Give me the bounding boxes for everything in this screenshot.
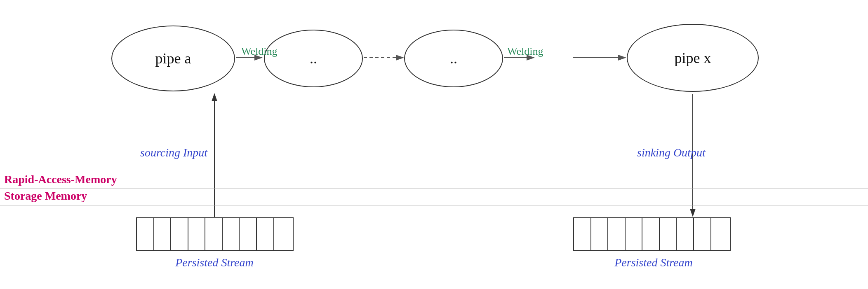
storage-memory-label: Storage Memory bbox=[4, 189, 87, 203]
node-dot2: .. bbox=[404, 30, 503, 87]
diagram-container: pipe a .. .. pipe x Welding Welding Rapi… bbox=[0, 0, 868, 289]
stream-cell bbox=[137, 218, 154, 250]
rapid-access-memory-label: Rapid-Access-Memory bbox=[4, 173, 117, 186]
divider-upper bbox=[0, 189, 868, 189]
stream-cell bbox=[274, 218, 293, 250]
stream-cell bbox=[660, 218, 677, 250]
node-dot1-label: .. bbox=[310, 50, 317, 67]
node-pipe-a-label: pipe a bbox=[155, 50, 191, 67]
stream-cell bbox=[154, 218, 172, 250]
divider-lower bbox=[0, 205, 868, 205]
sinking-output-label: sinking Output bbox=[637, 146, 706, 159]
stream-cell bbox=[711, 218, 730, 250]
stream-cell bbox=[171, 218, 188, 250]
stream-cell bbox=[205, 218, 223, 250]
stream2-label: Persisted Stream bbox=[596, 256, 711, 269]
node-pipe-a: pipe a bbox=[111, 26, 235, 91]
stream-cell bbox=[608, 218, 626, 250]
node-pipe-x-label: pipe x bbox=[675, 49, 711, 67]
stream-cell bbox=[257, 218, 274, 250]
stream-cell bbox=[626, 218, 643, 250]
stream-cell bbox=[223, 218, 240, 250]
node-dot2-label: .. bbox=[450, 50, 457, 67]
stream-cell bbox=[694, 218, 711, 250]
stream-cell bbox=[574, 218, 591, 250]
stream-box-1 bbox=[136, 217, 294, 251]
node-pipe-x: pipe x bbox=[627, 24, 759, 92]
stream-cell bbox=[642, 218, 660, 250]
stream-cell bbox=[188, 218, 206, 250]
stream-cell bbox=[591, 218, 609, 250]
stream-cell bbox=[677, 218, 694, 250]
stream1-label: Persisted Stream bbox=[157, 256, 272, 269]
sourcing-input-label: sourcing Input bbox=[140, 146, 207, 159]
welding2-label: Welding bbox=[507, 45, 543, 58]
node-dot1: .. bbox=[264, 30, 363, 87]
welding1-label: Welding bbox=[241, 45, 277, 58]
stream-box-2 bbox=[573, 217, 731, 251]
stream-cell bbox=[240, 218, 257, 250]
